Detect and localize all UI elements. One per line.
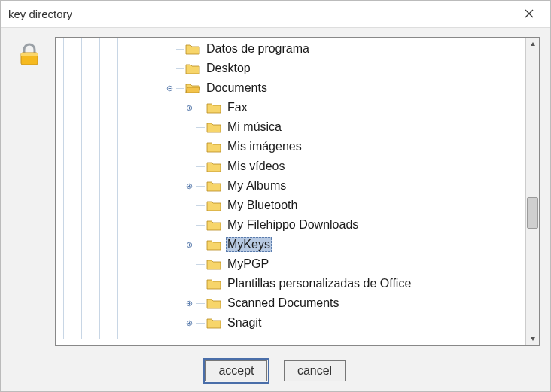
- window-title: key directory: [8, 8, 72, 20]
- tree-node-label[interactable]: Documents: [205, 81, 269, 95]
- tree-connector: [196, 264, 205, 265]
- tree-node-label[interactable]: My Albums: [226, 179, 288, 193]
- tree-node-label[interactable]: Snagit: [226, 316, 263, 330]
- folder-icon: [206, 278, 221, 290]
- titlebar: key directory: [1, 1, 550, 28]
- tree-node-scanned-documents[interactable]: Scanned Documents: [56, 293, 522, 313]
- tree-node-label[interactable]: Plantillas personalizadas de Office: [226, 277, 412, 290]
- expand-toggle-icon[interactable]: [164, 83, 175, 93]
- folder-icon: [206, 160, 221, 172]
- folder-icon: [206, 219, 221, 231]
- dialog-body: Datos de programaDesktopDocumentsFaxMi m…: [1, 28, 550, 391]
- expand-toggle-icon[interactable]: [184, 102, 194, 113]
- button-row: accept cancel: [1, 351, 550, 391]
- tree-node-mi-m-sica[interactable]: Mi música: [56, 117, 522, 137]
- tree-node-documents[interactable]: Documents: [56, 78, 522, 98]
- tree-node-desktop[interactable]: Desktop: [56, 59, 522, 78]
- tree-connector: [176, 88, 184, 89]
- tree-connector: [196, 166, 205, 167]
- folder-icon: [206, 141, 221, 153]
- scrollbar-down-button[interactable]: [526, 332, 539, 345]
- folder-icon: [206, 102, 221, 114]
- folder-icon: [206, 297, 221, 309]
- tree-node-label[interactable]: Desktop: [205, 62, 252, 75]
- tree-node-label[interactable]: Fax: [226, 101, 249, 114]
- expand-toggle-icon[interactable]: [184, 298, 194, 308]
- tree-node-snagit[interactable]: Snagit: [56, 313, 522, 333]
- close-icon: [525, 8, 534, 20]
- tree-connector: [196, 127, 205, 128]
- folder-icon: [206, 258, 221, 270]
- tree-node-datos-de-programa[interactable]: Datos de programa: [56, 39, 522, 59]
- tree-node-label[interactable]: Mis vídeos: [226, 160, 286, 173]
- tree-node-label[interactable]: My Filehippo Downloads: [226, 218, 360, 232]
- tree-node-label[interactable]: Mis imágenes: [226, 140, 303, 153]
- expand-toggle-spacer: [184, 141, 194, 152]
- tree-connector: [196, 108, 205, 108]
- tree-node-label[interactable]: MyPGP: [226, 257, 270, 271]
- tree-connector: [196, 284, 205, 284]
- expand-toggle-spacer: [164, 63, 175, 74]
- tree-panel: Datos de programaDesktopDocumentsFaxMi m…: [55, 37, 540, 346]
- tree-node-my-albums[interactable]: My Albums: [56, 176, 522, 196]
- tree-connector: [196, 225, 205, 226]
- tree-node-mypgp[interactable]: MyPGP: [56, 254, 522, 274]
- expand-toggle-icon[interactable]: [184, 318, 194, 328]
- tree-connector: [196, 303, 205, 304]
- vertical-scrollbar[interactable]: [525, 38, 539, 345]
- expand-toggle-icon[interactable]: [184, 181, 194, 191]
- tree-connector: [196, 205, 205, 206]
- tree-connector: [196, 323, 205, 324]
- folder-tree: Datos de programaDesktopDocumentsFaxMi m…: [56, 38, 525, 334]
- folder-icon: [185, 62, 200, 74]
- svg-rect-1: [21, 53, 38, 56]
- scrollbar-thumb[interactable]: [527, 197, 538, 229]
- dialog-window: key directory Datos de p: [0, 0, 551, 392]
- tree-node-plantillas-personalizadas-de-office[interactable]: Plantillas personalizadas de Office: [56, 274, 522, 293]
- tree-node-label[interactable]: MyKeys: [226, 237, 272, 252]
- tree-scroll-area[interactable]: Datos de programaDesktopDocumentsFaxMi m…: [56, 38, 525, 345]
- tree-connector: [196, 186, 205, 187]
- expand-toggle-spacer: [184, 161, 194, 172]
- close-button[interactable]: [514, 4, 544, 25]
- tree-node-my-filehippo-downloads[interactable]: My Filehippo Downloads: [56, 215, 522, 235]
- tree-connector: [176, 49, 184, 50]
- expand-toggle-spacer: [184, 200, 194, 211]
- folder-icon: [206, 317, 221, 329]
- expand-toggle-spacer: [184, 122, 194, 132]
- tree-node-mis-v-deos[interactable]: Mis vídeos: [56, 156, 522, 176]
- tree-bottom-cutoff: [56, 339, 525, 345]
- tree-node-my-bluetooth[interactable]: My Bluetooth: [56, 196, 522, 215]
- tree-node-label[interactable]: My Bluetooth: [226, 199, 299, 212]
- tree-connector: [196, 245, 205, 245]
- folder-icon: [206, 199, 221, 211]
- scrollbar-track[interactable]: [526, 51, 539, 332]
- cancel-button[interactable]: cancel: [284, 360, 346, 381]
- tree-node-mykeys[interactable]: MyKeys: [56, 235, 522, 254]
- expand-toggle-spacer: [184, 259, 194, 269]
- scrollbar-up-button[interactable]: [526, 38, 539, 51]
- main-row: Datos de programaDesktopDocumentsFaxMi m…: [1, 28, 550, 351]
- tree-connector: [196, 147, 205, 147]
- tree-connector: [176, 68, 184, 69]
- expand-toggle-icon[interactable]: [184, 239, 194, 250]
- tree-node-label[interactable]: Scanned Documents: [226, 296, 341, 310]
- left-column: [11, 37, 47, 346]
- tree-node-label[interactable]: Mi música: [226, 120, 283, 134]
- tree-node-label[interactable]: Datos de programa: [205, 42, 311, 56]
- folder-icon: [185, 43, 200, 55]
- folder-icon: [206, 121, 221, 133]
- folder-icon: [206, 239, 221, 251]
- folder-open-icon: [185, 82, 200, 94]
- expand-toggle-spacer: [164, 44, 175, 54]
- accept-button[interactable]: accept: [205, 360, 267, 381]
- tree-node-fax[interactable]: Fax: [56, 98, 522, 117]
- expand-toggle-spacer: [184, 278, 194, 289]
- folder-icon: [206, 180, 221, 192]
- expand-toggle-spacer: [184, 220, 194, 230]
- tree-node-mis-im-genes[interactable]: Mis imágenes: [56, 137, 522, 156]
- lock-icon: [16, 41, 43, 346]
